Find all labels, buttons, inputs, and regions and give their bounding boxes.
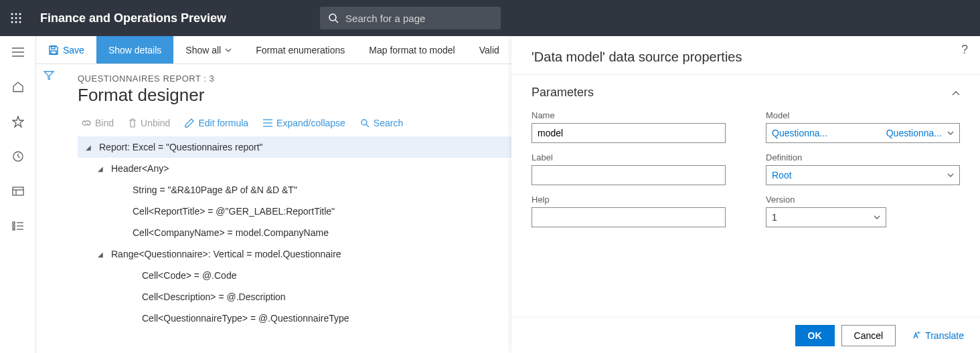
tree-row-label: String = "&R&10Page &P of &N &D &T" (133, 185, 297, 195)
name-label: Name (532, 110, 726, 120)
show-details-label: Show details (108, 45, 161, 55)
star-icon[interactable] (5, 111, 31, 132)
help-icon[interactable]: ? (961, 43, 968, 57)
parameters-section-header[interactable]: Parameters (532, 86, 960, 100)
chevron-down-icon (874, 215, 880, 219)
bind-label: Bind (95, 118, 114, 128)
format-enum-label: Format enumerations (256, 45, 345, 55)
definition-label: Definition (766, 152, 960, 162)
save-label: Save (63, 45, 84, 55)
expand-collapse-button[interactable]: Expand/collapse (263, 118, 345, 128)
validate-label: Valid (479, 45, 499, 55)
expand-label: Expand/collapse (276, 118, 345, 128)
svg-point-5 (19, 17, 21, 19)
svg-point-1 (15, 13, 17, 15)
translate-button[interactable]: Translate (912, 330, 964, 341)
format-enumerations-button[interactable]: Format enumerations (244, 36, 357, 64)
ok-button[interactable]: OK (795, 325, 835, 346)
svg-rect-24 (52, 46, 55, 49)
svg-rect-20 (13, 229, 15, 230)
tree-row-label: Range<Questionnaire>: Vertical = model.Q… (111, 249, 341, 259)
unbind-button: Unbind (129, 118, 170, 128)
definition-select[interactable]: Root (766, 165, 960, 185)
chevron-up-icon (952, 86, 960, 100)
svg-rect-18 (13, 222, 15, 224)
tree-caret-icon[interactable]: ◢ (84, 144, 92, 151)
version-select[interactable]: 1 (766, 207, 886, 227)
tree-row-label: Cell<ReportTitle> = @"GER_LABEL:ReportTi… (133, 206, 335, 217)
recent-icon[interactable] (5, 146, 31, 167)
pane-title: 'Data model' data source properties (511, 36, 980, 75)
svg-rect-15 (13, 187, 23, 195)
home-icon[interactable] (5, 76, 31, 98)
help-input[interactable] (532, 207, 726, 227)
unbind-label: Unbind (141, 118, 170, 128)
version-label: Version (766, 195, 960, 205)
translate-icon (912, 331, 921, 340)
svg-point-7 (15, 21, 17, 23)
show-all-button[interactable]: Show all (173, 36, 244, 64)
tree-row-label: Cell<Description> = @.Description (142, 291, 286, 302)
map-format-label: Map format to model (369, 45, 455, 55)
tree-row[interactable]: Cell<Code> = @.Code (78, 265, 511, 286)
show-details-button[interactable]: Show details (96, 36, 173, 64)
modules-icon[interactable] (5, 215, 31, 237)
svg-line-30 (366, 124, 369, 127)
tree-row[interactable]: ◢Header<Any> (78, 158, 511, 179)
svg-point-9 (329, 14, 336, 21)
edit-formula-label: Edit formula (198, 118, 248, 128)
save-button[interactable]: Save (36, 36, 96, 64)
app-launcher-icon[interactable] (8, 10, 24, 26)
designer-toolbar: Bind Unbind Edit formula Expand/collapse (78, 114, 511, 136)
edit-formula-button[interactable]: Edit formula (185, 118, 248, 128)
tree-row[interactable]: Cell<CompanyName> = model.CompanyName (78, 222, 511, 243)
bind-button: Bind (82, 118, 114, 128)
pane-footer: OK Cancel Translate (511, 317, 980, 353)
help-label: Help (532, 195, 726, 205)
trash-icon (129, 118, 137, 128)
search-label: Search (374, 118, 403, 128)
validate-button[interactable]: Valid (467, 36, 511, 64)
model-label: Model (766, 110, 960, 120)
hamburger-icon[interactable] (5, 41, 31, 63)
name-input[interactable] (532, 123, 726, 143)
model-select[interactable]: Questionna... Questionna... (766, 123, 960, 143)
tree-row[interactable]: String = "&R&10Page &P of &N &D &T" (78, 179, 511, 201)
svg-rect-19 (13, 225, 15, 227)
chevron-down-icon (225, 48, 232, 52)
list-icon (263, 119, 272, 127)
chevron-down-icon (947, 131, 954, 135)
section-title: Parameters (532, 86, 594, 100)
translate-label: Translate (925, 330, 964, 341)
label-input[interactable] (532, 165, 726, 185)
command-bar: Save Show details Show all Format enumer… (36, 36, 511, 64)
tree-caret-icon[interactable]: ◢ (96, 251, 104, 258)
global-header: Finance and Operations Preview Search fo… (0, 0, 980, 36)
version-value: 1 (772, 212, 777, 223)
filter-column (36, 64, 62, 353)
workspace-icon[interactable] (5, 181, 31, 202)
tree-row[interactable]: ◢Range<Questionnaire>: Vertical = model.… (78, 243, 511, 265)
chevron-down-icon (947, 173, 954, 177)
cancel-button[interactable]: Cancel (841, 325, 896, 346)
global-search[interactable]: Search for a page (320, 7, 501, 29)
search-icon (328, 13, 339, 23)
tree-row[interactable]: Cell<Description> = @.Description (78, 286, 511, 308)
tree-row[interactable]: ◢Report: Excel = "Questionnaires report" (78, 136, 511, 158)
tree-row[interactable]: Cell<QuestionnaireType> = @.Questionnair… (78, 308, 511, 329)
search-button[interactable]: Search (360, 118, 403, 128)
filter-icon[interactable] (44, 71, 54, 353)
tree-row[interactable]: Cell<ReportTitle> = @"GER_LABEL:ReportTi… (78, 201, 511, 222)
save-icon (48, 45, 59, 55)
properties-pane: ? 'Data model' data source properties Pa… (511, 36, 980, 353)
link-icon (82, 118, 91, 128)
svg-point-0 (11, 13, 13, 15)
tree-caret-icon[interactable]: ◢ (96, 165, 104, 172)
page-title: Format designer (78, 85, 511, 106)
label-label: Label (532, 152, 726, 162)
search-icon (360, 118, 370, 128)
edit-icon (185, 118, 194, 128)
map-format-button[interactable]: Map format to model (357, 36, 467, 64)
search-placeholder: Search for a page (345, 13, 425, 24)
tree-row-label: Report: Excel = "Questionnaires report" (99, 142, 263, 152)
